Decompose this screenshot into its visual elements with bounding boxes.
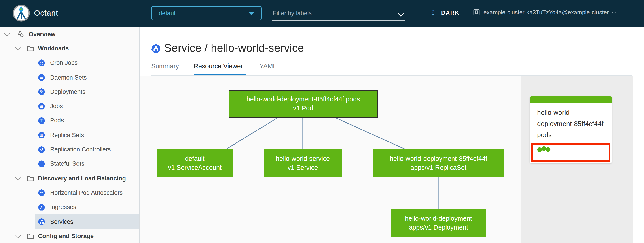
pod-status-dots xyxy=(533,145,609,152)
tab-summary[interactable]: Summary xyxy=(151,62,179,70)
minimap-card[interactable]: hello-world-deployment-85ff4cf44f pods xyxy=(530,96,612,163)
sidebar-item-replication-controllers[interactable]: ↺ Replication Controllers xyxy=(0,142,139,157)
cluster-context-selector[interactable]: example-cluster-ka3TuTzYo4a@example-clus… xyxy=(473,9,615,16)
folder-icon xyxy=(27,175,34,181)
sidebar-item-pods[interactable]: ◫ Pods xyxy=(0,113,139,128)
graph-node-serviceaccount[interactable]: default v1 ServiceAccount xyxy=(156,149,233,177)
horizontal-pod-autoscalers-icon: ↔ xyxy=(38,189,45,196)
graph-node-pod[interactable]: hello-world-deployment-85ff4cf44f pods v… xyxy=(228,90,378,118)
jobs-icon: ▦ xyxy=(38,102,45,110)
sidebar-item-discovery-and-load-balancing[interactable]: Discovery and Load Balancing xyxy=(0,171,139,186)
service-icon xyxy=(151,44,160,53)
folder-icon xyxy=(27,45,34,51)
app-title: Octant xyxy=(34,8,58,18)
folder-icon xyxy=(27,233,34,239)
minimap-node-bar xyxy=(530,96,612,103)
chevron-down-icon[interactable] xyxy=(15,232,21,238)
sidebar: Overview Workloads ◔ Cron Jobs ▤ Daemon … xyxy=(0,27,140,243)
chevron-down-icon[interactable] xyxy=(4,30,10,36)
theme-toggle-label: DARK xyxy=(441,10,460,16)
sidebar-item-replica-sets[interactable]: ▥ Replica Sets xyxy=(0,128,139,142)
pod-status-dot xyxy=(541,146,546,151)
namespace-value: default xyxy=(159,10,177,16)
graph-node-replicaset[interactable]: hello-world-deployment-85ff4cf44f apps/v… xyxy=(373,149,504,177)
minimap-node-title: hello-world-deployment-85ff4cf44f pods xyxy=(530,103,612,143)
sidebar-item-config-and-storage[interactable]: Config and Storage xyxy=(0,229,139,243)
sidebar-item-overview[interactable]: Overview xyxy=(0,27,139,41)
sidebar-item-ingresses[interactable]: ✗ Ingresses xyxy=(0,200,139,215)
moon-icon: ☾ xyxy=(431,8,438,17)
tab-yaml[interactable]: YAML xyxy=(260,62,276,70)
tab-resource-viewer[interactable]: Resource Viewer xyxy=(194,62,243,70)
replication-controllers-icon: ↺ xyxy=(38,146,45,153)
sidebar-item-workloads[interactable]: Workloads xyxy=(0,41,139,56)
sidebar-item-horizontal-pod-autoscalers[interactable]: ↔ Horizontal Pod Autoscalers xyxy=(0,186,139,200)
chevron-down-icon[interactable] xyxy=(397,9,404,16)
sidebar-item-daemon-sets[interactable]: ▤ Daemon Sets xyxy=(0,70,139,85)
cluster-icon xyxy=(473,9,480,16)
graph-minimap-panel: hello-world-deployment-85ff4cf44f pods xyxy=(520,76,633,243)
sidebar-item-cron-jobs[interactable]: ◔ Cron Jobs xyxy=(0,56,139,70)
stateful-sets-icon: ≡ xyxy=(38,160,45,168)
octant-logo-icon xyxy=(12,4,30,22)
resource-graph: hello-world-deployment-85ff4cf44f pods v… xyxy=(140,76,520,243)
active-tab-underline xyxy=(194,73,246,75)
sidebar-item-deployments[interactable]: ↻ Deployments xyxy=(0,84,139,99)
services-icon xyxy=(38,218,45,225)
cluster-context-label: example-cluster-ka3TuTzYo4a@example-clus… xyxy=(484,9,609,16)
page-title: Service / hello-world-service xyxy=(164,41,304,54)
chevron-down-icon[interactable] xyxy=(15,174,21,180)
sidebar-item-stateful-sets[interactable]: ≡ Stateful Sets xyxy=(0,157,139,171)
cron-jobs-icon: ◔ xyxy=(38,59,45,66)
ingresses-icon: ✗ xyxy=(38,204,45,211)
sidebar-item-services[interactable]: Services xyxy=(0,215,139,229)
minimap-viewport[interactable] xyxy=(531,143,610,162)
graph-node-service[interactable]: hello-world-service v1 Service xyxy=(264,149,342,177)
deployments-icon: ↻ xyxy=(38,88,45,95)
pod-status-dot xyxy=(537,147,542,152)
pod-status-dot xyxy=(546,147,550,152)
graph-node-deployment[interactable]: hello-world-deployment apps/v1 Deploymen… xyxy=(391,209,486,237)
pods-icon: ◫ xyxy=(38,117,45,124)
namespace-dropdown[interactable]: default xyxy=(151,6,262,20)
chevron-down-icon[interactable] xyxy=(15,45,21,50)
daemon-sets-icon: ▤ xyxy=(38,74,45,81)
dark-theme-toggle[interactable]: ☾ DARK xyxy=(431,8,460,17)
replica-sets-icon: ▥ xyxy=(38,131,45,138)
applications-icon xyxy=(16,30,24,37)
sidebar-item-jobs[interactable]: ▦ Jobs xyxy=(0,99,139,113)
octant-app: Octant default ☾ DARK example-cluster-ka… xyxy=(0,0,644,243)
label-filter xyxy=(272,7,405,20)
app-header: Octant default ☾ DARK example-cluster-ka… xyxy=(0,0,644,27)
dropdown-caret-icon xyxy=(249,12,254,15)
label-filter-input[interactable] xyxy=(272,7,394,16)
chevron-down-icon xyxy=(612,9,616,14)
